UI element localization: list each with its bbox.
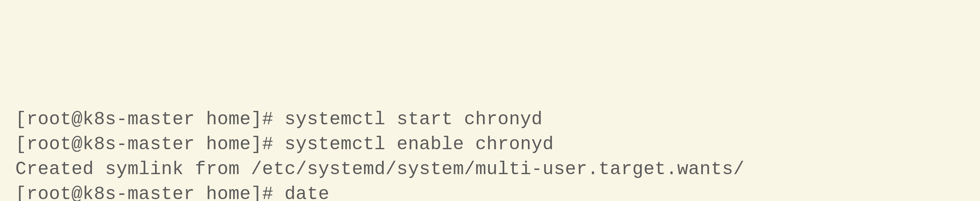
terminal-line: [root@k8s-master home]# date bbox=[15, 182, 965, 201]
terminal-line: [root@k8s-master home]# systemctl enable… bbox=[15, 132, 965, 157]
terminal-line: [root@k8s-master home]# systemctl start … bbox=[15, 107, 965, 132]
terminal-line: Created symlink from /etc/systemd/system… bbox=[15, 157, 965, 182]
